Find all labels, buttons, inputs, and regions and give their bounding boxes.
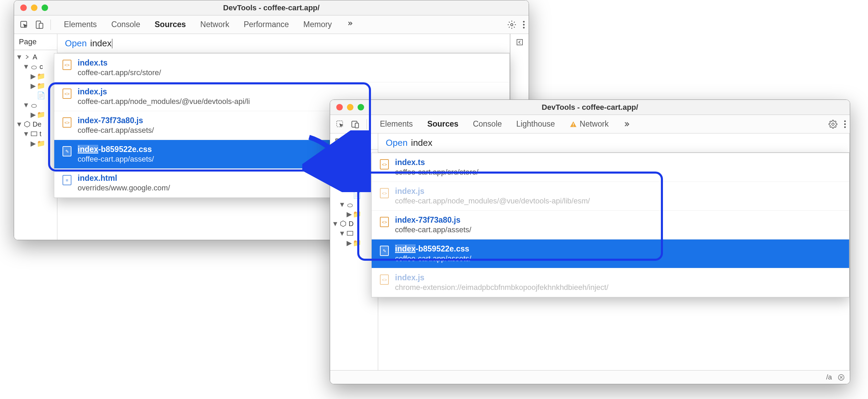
tab-sources[interactable]: Sources <box>155 20 186 29</box>
tree-row[interactable]: ▶📁 <box>15 139 56 148</box>
minimize-icon[interactable] <box>31 4 37 11</box>
maximize-icon[interactable] <box>42 4 48 11</box>
tab-performance[interactable]: Performance <box>244 20 289 29</box>
divider <box>367 119 367 129</box>
command-menu[interactable]: Open index <box>378 133 849 153</box>
script-file-icon: <> <box>63 89 71 99</box>
toolbar: Elements Sources Console Lighthouse Netw… <box>330 115 850 133</box>
svg-point-15 <box>844 120 846 122</box>
more-icon[interactable] <box>522 20 525 29</box>
tree-row[interactable]: ▼t <box>15 129 56 139</box>
settings-icon[interactable] <box>828 120 837 129</box>
svg-rect-7 <box>31 132 37 136</box>
tree-row[interactable]: ▼A <box>15 52 56 62</box>
tab-console[interactable]: Console <box>473 119 502 129</box>
tree-row[interactable]: ▶📁 <box>331 238 376 248</box>
tree-row[interactable]: ▼D <box>331 219 376 228</box>
window-controls <box>336 104 364 110</box>
more-tabs-icon[interactable] <box>623 120 631 128</box>
footer-text: /a <box>826 373 832 381</box>
tab-elements[interactable]: Elements <box>64 20 97 29</box>
page-tab[interactable]: Page <box>330 133 378 150</box>
tree-row[interactable]: 📄 <box>15 91 56 100</box>
panel-tabs: Elements Sources Console Lighthouse Netw… <box>380 119 826 129</box>
open-label: Open <box>386 138 408 148</box>
tree-row[interactable]: ▶📁 <box>331 171 376 180</box>
tree-row[interactable]: ▶📁 <box>15 71 56 81</box>
result-item[interactable]: <> index.js coffee-cart.app/node_modules… <box>372 182 849 211</box>
tab-sources[interactable]: Sources <box>427 119 459 129</box>
device-toggle-icon[interactable] <box>349 118 362 131</box>
svg-point-3 <box>511 23 513 26</box>
tree-row[interactable]: ▼De <box>15 119 56 129</box>
divider <box>50 20 51 30</box>
maximize-icon[interactable] <box>358 104 364 110</box>
svg-point-14 <box>832 123 834 125</box>
minimize-icon[interactable] <box>347 104 353 110</box>
text-cursor <box>112 39 113 48</box>
panel-tabs: Elements Console Sources Network Perform… <box>64 20 505 29</box>
sidebar: Page ▼A ▼ ▶📁 ▶📁 📄 ▼ ▶📁 ▼D ▼ ▶📁 <box>330 133 378 370</box>
command-menu[interactable]: Open index <box>57 34 510 53</box>
tree-row[interactable]: ▼ <box>331 200 376 209</box>
tree-row[interactable]: ▼ <box>331 161 376 171</box>
close-icon[interactable] <box>20 4 27 11</box>
close-icon[interactable] <box>336 104 343 110</box>
search-query: index <box>90 38 112 49</box>
settings-icon[interactable] <box>507 20 516 29</box>
inspect-icon[interactable] <box>18 18 31 31</box>
result-item[interactable]: <> index.ts coffee-cart.app/src/store/ <box>54 54 509 82</box>
result-item[interactable]: <> index-73f73a80.js coffee-cart.app/ass… <box>372 211 849 239</box>
tree-row[interactable]: ▶📁 <box>331 180 376 190</box>
css-file-icon: ✎ <box>63 146 71 156</box>
svg-rect-8 <box>517 39 522 45</box>
page-tab[interactable]: Page <box>14 34 57 50</box>
tree-row[interactable]: ▶📁 <box>331 209 376 219</box>
tree-row[interactable]: ▼c <box>15 62 56 71</box>
tab-lighthouse[interactable]: Lighthouse <box>516 119 555 129</box>
svg-point-4 <box>523 21 525 22</box>
result-item[interactable]: <> index.ts coffee-cart.app/src/store/ <box>372 153 849 182</box>
sidebar: Page ▼A ▼c ▶📁 ▶📁 📄 ▼ ▶📁 ▼De ▼t ▶📁 <box>14 34 57 240</box>
open-label: Open <box>65 38 87 49</box>
result-item-selected[interactable]: ✎ index-b859522e.css coffee-cart.app/ass… <box>372 239 849 268</box>
tab-network[interactable]: Network <box>570 119 609 129</box>
window-title: DevTools - coffee-cart.app/ <box>336 103 844 112</box>
window-controls <box>20 4 48 11</box>
file-tree: ▼A ▼c ▶📁 ▶📁 📄 ▼ ▶📁 ▼De ▼t ▶📁 <box>14 50 57 150</box>
warning-icon <box>570 120 577 128</box>
content: Page ▼A ▼ ▶📁 ▶📁 📄 ▼ ▶📁 ▼D ▼ ▶📁 Open inde… <box>330 133 850 370</box>
script-file-icon: <> <box>380 159 389 169</box>
window-title: DevTools - coffee-cart.app/ <box>20 3 522 12</box>
main-pane: Open index <> index.ts coffee-cart.app/s… <box>378 133 850 370</box>
svg-point-6 <box>523 27 525 28</box>
more-icon[interactable] <box>844 120 846 129</box>
svg-point-5 <box>523 24 525 25</box>
tree-row[interactable]: ▼ <box>331 228 376 238</box>
tab-console[interactable]: Console <box>111 20 140 29</box>
tree-row[interactable]: ▶📁 <box>15 81 56 91</box>
error-icon[interactable] <box>837 374 845 381</box>
svg-rect-11 <box>355 123 359 128</box>
more-tabs-icon[interactable] <box>346 21 354 28</box>
tree-row[interactable]: ▼A <box>331 152 376 161</box>
inspect-icon[interactable] <box>334 118 347 131</box>
device-toggle-icon[interactable] <box>33 18 46 31</box>
tab-elements[interactable]: Elements <box>380 119 413 129</box>
tree-row[interactable]: 📄 <box>331 190 376 200</box>
html-file-icon: ≡ <box>63 175 71 185</box>
tree-row[interactable]: ▶📁 <box>15 110 56 119</box>
status-bar: /a <box>330 370 850 384</box>
script-file-icon: <> <box>63 117 71 128</box>
svg-rect-12 <box>573 123 574 125</box>
css-file-icon: ✎ <box>380 246 389 256</box>
svg-point-16 <box>844 123 846 125</box>
file-tree: ▼A ▼ ▶📁 ▶📁 📄 ▼ ▶📁 ▼D ▼ ▶📁 <box>330 150 378 250</box>
tab-network[interactable]: Network <box>200 20 229 29</box>
svg-point-17 <box>844 126 846 128</box>
tree-row[interactable]: ▼ <box>15 100 56 110</box>
result-item[interactable]: <> index.js chrome-extension://eimadpbcb… <box>372 268 849 297</box>
tab-memory[interactable]: Memory <box>303 20 332 29</box>
svg-rect-13 <box>573 126 574 126</box>
search-query: index <box>411 138 432 148</box>
